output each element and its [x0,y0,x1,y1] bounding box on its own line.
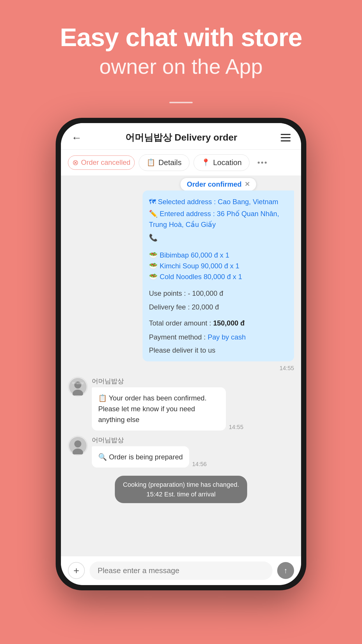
order-confirmed-badge: Order confirmed ✕ [180,178,256,191]
svg-text:어머님밥상: 어머님밥상 [72,382,84,384]
payment-line: Payment method : Pay by cash [149,332,288,342]
close-badge-button[interactable]: ✕ [245,181,250,188]
delivery-fee-line: Delivery fee : 20,000 đ [149,302,288,312]
store-message-with-time-2: 🔍 Order is being prepared 14:56 [92,446,207,468]
system-message: Cooking (preparation) time has changed.1… [68,476,294,503]
order-card-time: 14:55 [280,365,294,372]
store-avatar-1: 어머님밥상 [68,377,88,397]
store-bubble-1: 📋 Your order has been confirmed. Please … [92,387,226,430]
total-line: Total order amount : 150,000 đ [149,318,288,328]
order-card: 🗺 Selected address : Cao Bang, Vietnam ✏… [143,190,294,361]
payment-method: Pay by cash [208,333,246,341]
header-title: Easy chat with store [60,23,302,52]
phone-icon-line: 📞 [149,232,288,243]
menu-item-3: 🥗 Cold Noodles 80,000 đ x 1 [149,271,288,282]
store-bubble-2: 🔍 Order is being prepared [92,446,189,468]
header-divider [169,102,193,103]
send-button[interactable]: ↑ [277,562,294,579]
location-icon: 📍 [201,158,210,167]
store-name-2: 어머님밥상 [92,436,207,444]
store-message-row-1: 어머님밥상 어머님밥상 📋 Your order has been confir… [68,377,294,430]
phone-screen: ← 어머님밥상 Delivery order ⊗ Order cancelled… [61,123,301,585]
details-label: Details [158,158,181,167]
store-message-row-2: 어머님밥상 🔍 Order is being prepared 14:56 [68,436,294,468]
order-confirmed-text: Order confirmed [187,180,242,188]
details-button[interactable]: 📋 Details [139,154,189,171]
store-time-2: 14:56 [192,461,207,468]
selected-address-line: 🗺 Selected address : Cao Bang, Vietnam [149,196,288,207]
svg-point-5 [74,440,81,447]
message-input[interactable] [89,561,273,580]
back-button[interactable]: ← [71,132,82,144]
store-message-with-time-1: 📋 Your order has been confirmed. Please … [92,387,243,430]
store-time-1: 14:55 [229,424,243,430]
plus-button[interactable]: + [68,562,85,579]
total-amount: 150,000 đ [213,319,245,327]
system-bubble: Cooking (preparation) time has changed.1… [115,476,247,503]
location-button[interactable]: 📍 Location [194,154,249,171]
points-line: Use points : - 100,000 đ [149,288,288,299]
details-icon: 📋 [147,158,155,167]
entered-address-line: ✏️ Entered address : 36 Phố Quan Nhân, T… [149,208,288,230]
cancel-icon: ⊗ [72,158,79,167]
send-icon: ↑ [284,566,288,575]
cancel-label: Order cancelled [81,158,130,167]
input-bar: + ↑ [61,556,301,585]
header-subtitle: owner on the App [60,55,302,78]
menu-item-1: 🥗 Bibimbap 60,000 đ x 1 [149,250,288,260]
store-name-1: 어머님밥상 [92,377,243,386]
note-line: Please deliver it to us [149,345,288,356]
phone-frame: ← 어머님밥상 Delivery order ⊗ Order cancelled… [56,118,306,590]
store-avatar-2 [68,436,88,456]
store-message-content-1: 어머님밥상 📋 Your order has been confirmed. P… [92,377,243,430]
menu-item-2: 🥗 Kimchi Soup 90,000 đ x 1 [149,260,288,271]
chat-area: Order confirmed ✕ 🗺 Selected address : C… [61,176,301,556]
action-bar: ⊗ Order cancelled 📋 Details 📍 Location [61,150,301,176]
order-card-container: Order confirmed ✕ 🗺 Selected address : C… [68,182,294,372]
store-message-content-2: 어머님밥상 🔍 Order is being prepared 14:56 [92,436,207,468]
header-section: Easy chat with store owner on the App [60,0,302,90]
menu-button[interactable] [281,134,291,141]
page-title: 어머님밥상 Delivery order [125,131,237,144]
location-label: Location [213,158,242,167]
top-bar: ← 어머님밥상 Delivery order [61,123,301,150]
more-button[interactable] [254,159,271,166]
cancel-badge: ⊗ Order cancelled [68,155,135,170]
